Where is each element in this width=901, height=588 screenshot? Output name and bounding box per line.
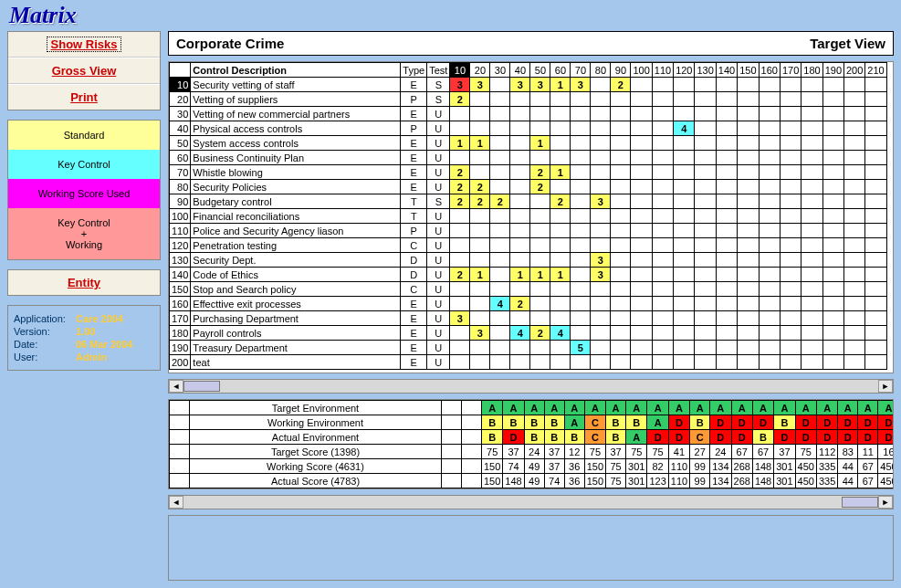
table-row[interactable]: 160Effecttive exit processesEU42 (170, 297, 887, 311)
table-row[interactable]: 120Penetration testingCU (170, 238, 887, 253)
info-app: Care 2004 (76, 313, 123, 324)
table-row[interactable]: 140Code of EthicsDU211113 (170, 268, 887, 282)
summary-row: Working EnvironmentBBBBACBBADBDDDBDDDDDD (170, 415, 895, 430)
grid-hscroll[interactable]: ◄ ► (168, 379, 894, 394)
table-row[interactable]: 90Budgetary controlTS22223 (170, 194, 887, 209)
legend-standard: Standard (8, 121, 160, 150)
summary-row: Target EnvironmentAAAAAAAAAAAAAAAAAAAAA (170, 401, 895, 415)
legend-combo: Key Control + Working (8, 208, 160, 259)
summary-row: Actual Score (4783)150148497436150753011… (170, 474, 895, 488)
sidebar: Show Risks Gross View Print Standard Key… (7, 31, 161, 581)
table-row[interactable]: 170Purchasing DepartmentEU3 (170, 311, 887, 326)
summary-row: Working Score (4631)15074493736150753018… (170, 459, 895, 474)
table-row[interactable]: 150Stop and Search policyCU (170, 282, 887, 297)
summary-hscroll[interactable]: ◄ ► (168, 495, 894, 509)
summary-grid[interactable]: Target EnvironmentAAAAAAAAAAAAAAAAAAAAAW… (168, 399, 894, 489)
legend-panel: Standard Key Control Working Score Used … (7, 120, 161, 260)
print-button[interactable]: Print (8, 84, 160, 110)
table-row[interactable]: 10Security vetting of staffES3333132 (170, 78, 887, 92)
table-row[interactable]: 50System access controlsEU111 (170, 136, 887, 151)
header-left: Corporate Crime (176, 36, 284, 51)
info-panel: Application:Care 2004 Version:1.00 Date:… (7, 305, 161, 371)
info-user-label: User: (14, 352, 70, 362)
scroll-left-icon[interactable]: ◄ (169, 496, 183, 509)
show-risks-button[interactable]: Show Risks (8, 32, 160, 58)
table-row[interactable]: 180Payroll controlsEU3424 (170, 326, 887, 341)
app-title: Matrix (0, 0, 901, 31)
scroll-thumb[interactable] (183, 381, 220, 392)
header-right: Target View (810, 36, 885, 51)
summary-row: Target Score (1398)753724371275377575412… (170, 445, 895, 459)
legend-working: Working Score Used (8, 179, 160, 208)
action-panel: Show Risks Gross View Print (7, 31, 161, 110)
legend-key: Key Control (8, 150, 160, 179)
gross-view-button[interactable]: Gross View (8, 58, 160, 84)
info-date: 06 Mar 2004 (76, 339, 132, 350)
table-row[interactable]: 200teatEU (170, 355, 887, 370)
table-row[interactable]: 60Business Continuity PlanEU (170, 151, 887, 165)
info-app-label: Application: (14, 313, 70, 324)
table-row[interactable]: 40Physical access controlsPU4 (170, 121, 887, 136)
scroll-right-icon[interactable]: ► (878, 380, 893, 393)
table-row[interactable]: 110Police and Security Agency liasonPU (170, 224, 887, 238)
entity-panel: Entity (7, 269, 161, 296)
matrix-grid[interactable]: Control DescriptionTypeTest1020304050607… (168, 61, 894, 373)
table-row[interactable]: 190Treasury DepartmentEU5 (170, 341, 887, 355)
entity-button[interactable]: Entity (8, 270, 160, 295)
detail-area (168, 515, 894, 581)
info-date-label: Date: (14, 339, 70, 350)
main-area: Corporate Crime Target View Control Desc… (168, 31, 894, 581)
info-ver-label: Version: (14, 326, 70, 337)
table-row[interactable]: 30Vetting of new commercial partnersEU (170, 107, 887, 121)
scroll-left-icon[interactable]: ◄ (169, 380, 183, 393)
table-row[interactable]: 130Security Dept.DU3 (170, 253, 887, 268)
table-row[interactable]: 20Vetting of suppliersPS2 (170, 92, 887, 107)
info-user: Admin (76, 352, 107, 362)
header-strip: Corporate Crime Target View (168, 31, 894, 56)
scroll-right-icon[interactable]: ► (878, 496, 893, 509)
info-ver: 1.00 (76, 326, 95, 337)
scroll-thumb[interactable] (842, 497, 878, 508)
summary-row: Actual EnvironmentBDBBBCBADDCDDBDDDDDDD (170, 430, 895, 445)
table-row[interactable]: 80Security PoliciesEU222 (170, 180, 887, 194)
table-row[interactable]: 100Financial reconciliationsTU (170, 209, 887, 224)
table-row[interactable]: 70Whistle blowingEU221 (170, 165, 887, 180)
